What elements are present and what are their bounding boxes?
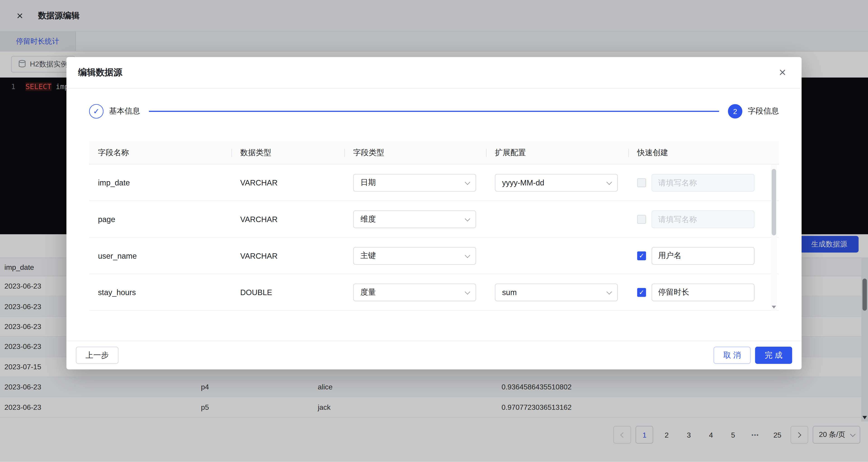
data-type: VARCHAR [231,215,344,223]
dialog-footer: 上一步 取 消 完 成 [66,341,802,369]
field-type-select[interactable]: 日期 [353,174,476,191]
quick-create-name-input[interactable] [651,247,754,264]
edit-datasource-dialog: 编辑数据源 × ✓ 基本信息 2 字段信息 字段名称 数据类型 字段类型 扩展配… [66,57,802,369]
step-2-circle: 2 [728,104,742,119]
screen: × 数据源编辑 停留时长统计 H2数据实例 1 SELECT imp 生成数据源… [0,0,868,462]
dialog-title: 编辑数据源 [78,67,122,78]
date-format-value: yyyy-MM-dd [502,178,544,187]
date-format-select[interactable]: yyyy-MM-dd [495,174,618,191]
field-type-value: 日期 [360,178,376,187]
field-type-select[interactable]: 维度 [353,210,476,228]
field-name: user_name [89,251,231,260]
step-connector-line [149,111,719,112]
check-icon: ✓ [639,252,645,259]
field-type-select[interactable]: 度量 [353,283,476,301]
scrollbar-thumb[interactable] [772,169,776,236]
chevron-down-icon [465,216,470,221]
dialog-close-icon[interactable]: × [779,66,786,79]
steps-indicator: ✓ 基本信息 2 字段信息 [89,104,779,119]
field-row-page: page VARCHAR 维度 [89,201,779,238]
aggregation-value: sum [502,288,517,297]
column-header-field-name: 字段名称 [89,148,231,158]
chevron-down-icon [607,289,612,294]
quick-create-checkbox[interactable]: ✓ [637,288,646,297]
column-header-data-type: 数据类型 [231,148,344,158]
field-type-select[interactable]: 主键 [353,247,476,264]
check-icon: ✓ [639,289,645,295]
quick-create-name-input[interactable] [651,283,754,301]
check-icon: ✓ [93,107,100,116]
quick-create-checkbox[interactable]: ✓ [637,251,646,260]
chevron-down-icon [465,289,470,294]
quick-create-checkbox[interactable] [637,178,646,187]
field-type-value: 主键 [360,251,376,260]
chevron-down-icon [465,252,470,258]
aggregation-select[interactable]: sum [495,283,618,301]
quick-create-checkbox[interactable] [637,215,646,223]
field-name: page [89,215,231,223]
finish-button[interactable]: 完 成 [755,347,792,364]
field-name: imp_date [89,178,231,187]
quick-create-name-input[interactable] [651,210,754,228]
field-type-value: 度量 [360,287,376,297]
chevron-down-icon [465,179,470,185]
chevron-down-icon [607,179,612,185]
column-header-quick-create: 快速创建 [628,148,779,158]
cancel-button[interactable]: 取 消 [714,347,751,364]
field-row-user-name: user_name VARCHAR 主键 ✓ [89,238,779,274]
column-header-field-type: 字段类型 [344,148,486,158]
fields-scrollbar[interactable] [771,164,776,311]
step-1-circle: ✓ [89,104,103,119]
scroll-down-arrow-icon[interactable] [772,306,776,308]
fields-table-header: 字段名称 数据类型 字段类型 扩展配置 快速创建 [89,141,779,164]
previous-step-button[interactable]: 上一步 [76,347,119,364]
data-type: DOUBLE [231,288,344,297]
field-row-imp-date: imp_date VARCHAR 日期 yyyy-MM-dd [89,164,779,201]
dialog-header: 编辑数据源 × [66,57,802,89]
data-type: VARCHAR [231,178,344,187]
step-2-label: 字段信息 [748,106,779,116]
quick-create-name-input[interactable] [651,174,754,191]
step-1-label: 基本信息 [109,106,140,116]
field-row-stay-hours: stay_hours DOUBLE 度量 sum ✓ [89,274,779,311]
column-header-ext-config: 扩展配置 [486,148,628,158]
data-type: VARCHAR [231,251,344,260]
field-type-value: 维度 [360,214,376,224]
field-name: stay_hours [89,288,231,297]
fields-table: 字段名称 数据类型 字段类型 扩展配置 快速创建 imp_date VARCHA… [89,141,779,310]
